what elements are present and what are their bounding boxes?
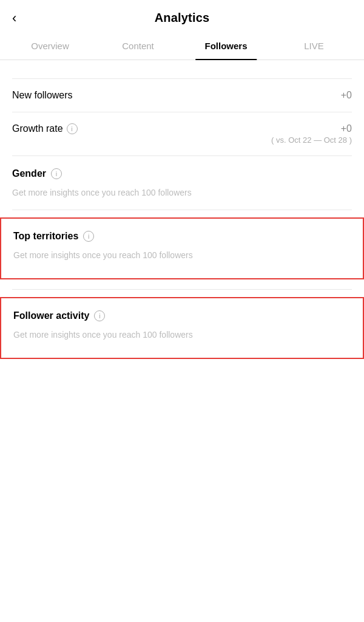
top-territories-info-icon[interactable]: i bbox=[83, 231, 94, 242]
header: ‹ Analytics bbox=[0, 0, 364, 32]
growth-rate-label-text: Growth rate bbox=[12, 123, 63, 134]
new-followers-label: New followers bbox=[12, 90, 73, 101]
gender-insight-text: Get more insights once you reach 100 fol… bbox=[12, 188, 352, 203]
growth-rate-value: +0 bbox=[271, 123, 352, 134]
new-followers-row: New followers +0 bbox=[0, 79, 364, 112]
follower-activity-info-icon[interactable]: i bbox=[94, 310, 105, 321]
top-territories-section: Top territories i Get more insights once… bbox=[0, 217, 364, 279]
tab-followers[interactable]: Followers bbox=[182, 32, 270, 60]
gender-title-text: Gender bbox=[12, 168, 46, 179]
growth-rate-info-icon[interactable]: i bbox=[67, 123, 78, 134]
section-gap2 bbox=[0, 279, 364, 289]
follower-activity-insight-text: Get more insights once you reach 100 fol… bbox=[13, 330, 351, 346]
section-gap1 bbox=[0, 210, 364, 217]
tab-content[interactable]: Content bbox=[94, 32, 182, 60]
gender-title-row: Gender i bbox=[12, 168, 352, 179]
growth-rate-value-block: +0 ( vs. Oct 22 — Oct 28 ) bbox=[271, 123, 352, 145]
tab-overview[interactable]: Overview bbox=[6, 32, 94, 60]
follower-activity-title-row: Follower activity i bbox=[13, 310, 351, 321]
follower-activity-title-text: Follower activity bbox=[13, 310, 89, 321]
top-spacer bbox=[0, 60, 364, 78]
growth-rate-row: Growth rate i +0 ( vs. Oct 22 — Oct 28 ) bbox=[0, 112, 364, 156]
growth-rate-label-group: Growth rate i bbox=[12, 123, 78, 134]
follower-activity-section: Follower activity i Get more insights on… bbox=[0, 297, 364, 359]
top-territories-title-text: Top territories bbox=[13, 231, 78, 242]
gender-info-icon[interactable]: i bbox=[51, 168, 62, 179]
new-followers-value: +0 bbox=[341, 90, 352, 101]
section-gap3 bbox=[0, 290, 364, 297]
page-title: Analytics bbox=[155, 11, 210, 25]
tab-bar: Overview Content Followers LIVE bbox=[0, 32, 364, 60]
top-territories-title-row: Top territories i bbox=[13, 231, 351, 242]
top-territories-insight-text: Get more insights once you reach 100 fol… bbox=[13, 250, 351, 266]
growth-rate-compare: ( vs. Oct 22 — Oct 28 ) bbox=[271, 135, 352, 145]
tab-live[interactable]: LIVE bbox=[270, 32, 358, 60]
gender-section: Gender i Get more insights once you reac… bbox=[0, 156, 364, 210]
back-button[interactable]: ‹ bbox=[12, 10, 16, 26]
